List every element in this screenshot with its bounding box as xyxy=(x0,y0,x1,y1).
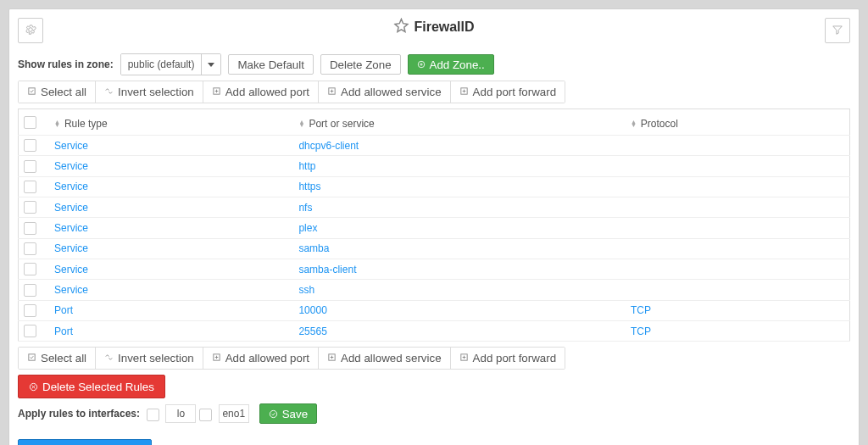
plus-square-icon xyxy=(459,86,469,98)
row-checkbox[interactable] xyxy=(24,201,36,214)
swap-icon xyxy=(104,352,114,364)
settings-button[interactable] xyxy=(18,18,43,43)
rule-type-link[interactable]: Service xyxy=(54,284,88,296)
gear-icon xyxy=(25,24,36,38)
rule-type-link[interactable]: Service xyxy=(54,264,88,275)
add-port-forward-button[interactable]: Add port forward xyxy=(451,348,565,369)
plus-square-icon xyxy=(327,86,337,98)
rule-port-link[interactable]: 25565 xyxy=(298,325,326,337)
delete-zone-button[interactable]: Delete Zone xyxy=(320,54,401,75)
plus-square-icon xyxy=(212,86,221,98)
col-port-service[interactable]: ▲▼Port or service xyxy=(293,109,625,136)
row-checkbox[interactable] xyxy=(24,263,36,275)
sort-icon: ▲▼ xyxy=(298,120,304,127)
row-checkbox[interactable] xyxy=(24,304,36,317)
rule-port-link[interactable]: 10000 xyxy=(298,304,326,316)
swap-icon xyxy=(104,86,114,98)
svg-rect-1 xyxy=(29,88,35,94)
rule-port-link[interactable]: http xyxy=(298,160,315,172)
table-row: Port10000TCP xyxy=(19,300,850,320)
add-allowed-port-button[interactable]: Add allowed port xyxy=(203,81,319,103)
row-checkbox[interactable] xyxy=(24,160,36,173)
delete-icon xyxy=(29,382,38,392)
rule-port-link[interactable]: samba-client xyxy=(298,264,356,275)
table-row: Servicesamba xyxy=(19,238,850,259)
svg-point-10 xyxy=(270,410,276,417)
table-row: Servicessh xyxy=(19,280,850,300)
svg-rect-5 xyxy=(29,354,35,360)
rule-type-link[interactable]: Service xyxy=(54,160,88,172)
save-interfaces-button[interactable]: Save xyxy=(259,403,317,424)
rule-port-link[interactable]: ssh xyxy=(298,284,314,296)
delete-selected-button[interactable]: Delete Selected Rules xyxy=(18,375,165,398)
delete-selected-label: Delete Selected Rules xyxy=(42,381,154,393)
rules-toolbar: Select allInvert selectionAdd allowed po… xyxy=(18,81,565,103)
add-zone-label: Add Zone.. xyxy=(430,58,485,71)
row-checkbox[interactable] xyxy=(24,139,36,152)
zone-select-value[interactable]: public (default) xyxy=(121,54,202,75)
rule-proto-link[interactable]: TCP xyxy=(631,325,651,337)
zone-select[interactable]: public (default) xyxy=(120,53,222,75)
table-row: Servicehttps xyxy=(19,176,850,197)
invert-selection-button[interactable]: Invert selection xyxy=(96,81,203,103)
row-checkbox[interactable] xyxy=(24,284,36,297)
table-row: Serviceplex xyxy=(19,218,850,238)
interfaces-label: Apply rules to interfaces: xyxy=(18,408,140,420)
sort-icon: ▲▼ xyxy=(54,120,60,127)
check-square-icon xyxy=(27,352,36,364)
rule-type-link[interactable]: Service xyxy=(54,222,88,234)
row-checkbox[interactable] xyxy=(24,222,36,235)
rule-type-link[interactable]: Service xyxy=(54,202,88,214)
rules-toolbar: Select allInvert selectionAdd allowed po… xyxy=(18,347,565,370)
interface-checkbox[interactable] xyxy=(199,409,212,421)
rule-proto-link[interactable]: TCP xyxy=(631,304,651,316)
rule-type-link[interactable]: Port xyxy=(54,325,73,337)
rule-port-link[interactable]: samba xyxy=(298,242,329,254)
filter-button[interactable] xyxy=(825,18,850,43)
row-checkbox[interactable] xyxy=(24,181,36,193)
make-default-button[interactable]: Make Default xyxy=(228,54,314,75)
select-all-button[interactable]: Select all xyxy=(19,81,96,103)
rule-port-link[interactable]: nfs xyxy=(298,202,312,214)
rule-type-link[interactable]: Service xyxy=(54,181,88,192)
table-row: Servicehttp xyxy=(19,156,850,176)
add-allowed-port-button[interactable]: Add allowed port xyxy=(203,348,319,369)
interface-checkbox[interactable] xyxy=(147,409,159,421)
page-title-text: FirewallD xyxy=(414,19,474,35)
check-circle-icon xyxy=(269,409,278,419)
invert-selection-button[interactable]: Invert selection xyxy=(96,348,203,369)
plus-square-icon xyxy=(459,352,469,364)
rule-type-link[interactable]: Service xyxy=(54,140,88,152)
chevron-down-icon[interactable] xyxy=(201,54,220,75)
add-port-forward-button[interactable]: Add port forward xyxy=(451,81,565,103)
rule-port-link[interactable]: https xyxy=(298,181,320,192)
save-label: Save xyxy=(282,408,308,420)
table-row: Port25565TCP xyxy=(19,320,850,341)
zone-label: Show rules in zone: xyxy=(18,58,114,70)
row-checkbox[interactable] xyxy=(24,325,36,337)
col-protocol[interactable]: ▲▼Protocol xyxy=(626,109,850,136)
select-all-button[interactable]: Select all xyxy=(19,348,96,369)
page-title: FirewallD xyxy=(393,18,474,36)
rule-port-link[interactable]: dhcpv6-client xyxy=(298,140,359,152)
plus-square-icon xyxy=(327,352,337,364)
sort-icon: ▲▼ xyxy=(631,120,637,127)
plus-square-icon xyxy=(212,352,221,364)
add-zone-button[interactable]: Add Zone.. xyxy=(408,54,494,75)
add-allowed-service-button[interactable]: Add allowed service xyxy=(319,81,451,103)
rule-port-link[interactable]: plex xyxy=(298,222,317,234)
rule-type-link[interactable]: Service xyxy=(54,242,88,254)
select-all-checkbox[interactable] xyxy=(24,116,36,129)
add-allowed-service-button[interactable]: Add allowed service xyxy=(319,348,451,369)
apply-config-button[interactable]: Apply Configuration xyxy=(18,439,152,445)
rules-table: ▲▼Rule type ▲▼Port or service ▲▼Protocol… xyxy=(18,108,850,342)
filter-icon xyxy=(832,24,843,38)
row-checkbox[interactable] xyxy=(24,242,36,255)
table-row: Servicesamba-client xyxy=(19,259,850,279)
check-square-icon xyxy=(27,86,36,98)
star-icon[interactable] xyxy=(393,18,409,36)
col-rule-type[interactable]: ▲▼Rule type xyxy=(49,109,293,136)
rule-type-link[interactable]: Port xyxy=(54,304,73,316)
table-row: Servicenfs xyxy=(19,197,850,217)
plus-circle-icon xyxy=(417,60,426,69)
